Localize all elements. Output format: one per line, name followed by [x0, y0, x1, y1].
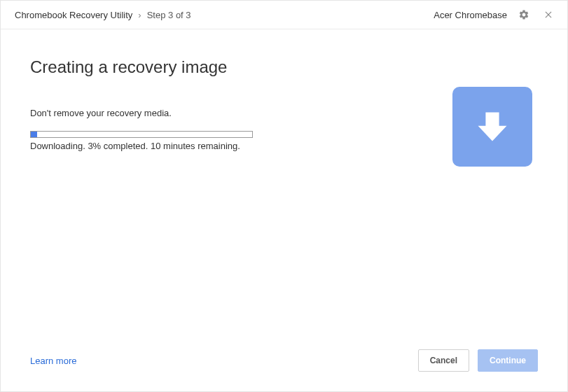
footer-bar: Learn more Cancel Continue: [1, 337, 567, 391]
device-name-label: Acer Chromebase: [434, 10, 507, 20]
close-icon[interactable]: [543, 10, 553, 20]
app-title: Chromebook Recovery Utility: [15, 10, 132, 20]
step-indicator: Step 3 of 3: [147, 10, 191, 20]
gear-icon[interactable]: [518, 9, 529, 20]
progress-bar: [30, 131, 253, 138]
progress-fill: [31, 132, 37, 137]
main-content: Creating a recovery image Don't remove y…: [1, 29, 567, 337]
breadcrumb-separator: ›: [138, 10, 141, 20]
page-title: Creating a recovery image: [30, 57, 538, 77]
continue-button[interactable]: Continue: [478, 349, 538, 372]
header-bar: Chromebook Recovery Utility › Step 3 of …: [1, 1, 567, 29]
download-icon: [452, 87, 532, 167]
cancel-button[interactable]: Cancel: [418, 349, 469, 372]
app-window: Chromebook Recovery Utility › Step 3 of …: [0, 0, 568, 392]
learn-more-link[interactable]: Learn more: [30, 356, 76, 366]
